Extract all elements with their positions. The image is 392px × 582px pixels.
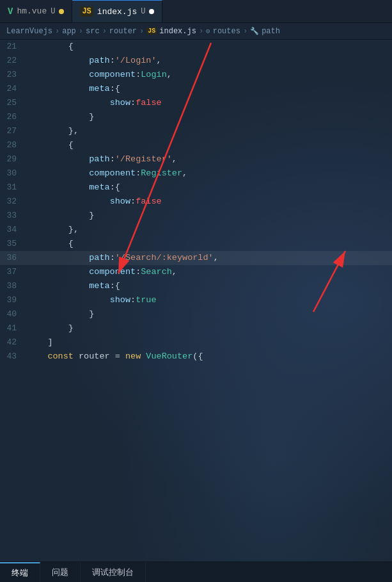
line-content-41: } xyxy=(27,321,74,335)
line-number-26: 26 xyxy=(0,110,27,124)
code-line-33: 33 } xyxy=(0,209,392,223)
line-number-25: 25 xyxy=(0,96,27,110)
line-content-31: meta:{ xyxy=(27,181,120,195)
line-content-39: show:true xyxy=(27,293,157,307)
code-line-41: 41 } xyxy=(0,321,392,335)
breadcrumb-js-icon: JS xyxy=(146,28,157,35)
tab-hm-vue-dot xyxy=(59,9,64,14)
breadcrumb-indexjs[interactable]: index.js xyxy=(159,27,196,36)
code-line-31: 31 meta:{ xyxy=(0,181,392,195)
code-line-39: 39 show:true xyxy=(0,293,392,307)
breadcrumb-routes-icon: ⊙ xyxy=(206,27,210,35)
code-line-27: 27 }, xyxy=(0,124,392,138)
line-content-27: }, xyxy=(27,124,79,138)
breadcrumb: LearnVuejs › app › src › router › JS ind… xyxy=(0,23,392,40)
code-line-43: 43 const router = new VueRouter({ xyxy=(0,350,392,364)
code-line-36: 36 path:'/Search/:keyworld', xyxy=(0,251,392,265)
breadcrumb-routes[interactable]: routes xyxy=(213,27,240,36)
code-line-37: 37 component:Search, xyxy=(0,265,392,279)
line-number-27: 27 xyxy=(0,124,27,138)
line-number-21: 21 xyxy=(0,40,27,54)
line-content-42: ] xyxy=(27,335,53,350)
line-number-35: 35 xyxy=(0,237,27,251)
line-number-23: 23 xyxy=(0,68,27,82)
code-line-38: 38 meta:{ xyxy=(0,279,392,293)
line-number-42: 42 xyxy=(0,335,27,350)
tab-index-js-status: U xyxy=(141,7,145,16)
code-line-35: 35 { xyxy=(0,237,392,251)
line-number-28: 28 xyxy=(0,138,27,152)
tab-hm-vue-label: hm.vue xyxy=(17,6,47,16)
breadcrumb-app[interactable]: app xyxy=(62,27,76,36)
line-content-40: } xyxy=(27,307,94,321)
js-icon: JS xyxy=(80,6,93,17)
line-number-22: 22 xyxy=(0,54,27,68)
breadcrumb-path-icon: 🔧 xyxy=(250,27,259,35)
problems-label: 问题 xyxy=(52,567,68,578)
code-line-26: 26 } xyxy=(0,110,392,124)
line-number-39: 39 xyxy=(0,293,27,307)
tab-hm-vue[interactable]: V hm.vue U xyxy=(0,0,72,22)
line-content-34: }, xyxy=(27,223,79,237)
line-number-41: 41 xyxy=(0,321,27,335)
code-line-40: 40 } xyxy=(0,307,392,321)
line-content-37: component:Search, xyxy=(27,265,177,279)
code-line-21: 21 { xyxy=(0,40,392,54)
line-number-40: 40 xyxy=(0,307,27,321)
line-content-38: meta:{ xyxy=(27,279,120,293)
line-content-25: show:false xyxy=(27,96,162,110)
code-line-24: 24 meta:{ xyxy=(0,82,392,96)
code-line-42: 42 ] xyxy=(0,335,392,350)
code-line-29: 29 path:'/Register', xyxy=(0,152,392,166)
code-line-34: 34 }, xyxy=(0,223,392,237)
code-line-30: 30 component:Register, xyxy=(0,166,392,181)
line-content-21: { xyxy=(27,40,74,54)
tab-index-js-label: index.js xyxy=(97,7,137,17)
status-tab-terminal[interactable]: 终端 xyxy=(0,562,40,582)
line-number-37: 37 xyxy=(0,265,27,279)
breadcrumb-router[interactable]: router xyxy=(109,27,137,36)
line-number-33: 33 xyxy=(0,209,27,223)
line-content-35: { xyxy=(27,237,74,251)
tab-index-js[interactable]: JS index.js U xyxy=(72,0,162,22)
line-content-33: } xyxy=(27,209,94,223)
line-content-30: component:Register, xyxy=(27,166,187,181)
line-number-24: 24 xyxy=(0,82,27,96)
status-tab-debug-console[interactable]: 调试控制台 xyxy=(81,562,146,582)
code-line-32: 32 show:false xyxy=(0,195,392,209)
code-line-23: 23 component:Login, xyxy=(0,68,392,82)
line-content-32: show:false xyxy=(27,195,162,209)
line-content-24: meta:{ xyxy=(27,82,120,96)
line-content-28: { xyxy=(27,138,74,152)
line-content-22: path:'/Login', xyxy=(27,54,162,68)
line-number-34: 34 xyxy=(0,223,27,237)
tab-bar: V hm.vue U JS index.js U xyxy=(0,0,392,23)
tab-hm-vue-status: U xyxy=(51,7,55,16)
line-number-29: 29 xyxy=(0,152,27,166)
line-content-23: component:Login, xyxy=(27,68,172,82)
breadcrumb-src[interactable]: src xyxy=(86,27,100,36)
line-content-43: const router = new VueRouter({ xyxy=(27,350,203,364)
line-number-32: 32 xyxy=(0,195,27,209)
code-lines: 21 {22 path:'/Login',23 component:Login,… xyxy=(0,40,392,364)
line-number-30: 30 xyxy=(0,166,27,181)
tab-index-js-dot xyxy=(149,9,154,14)
line-number-38: 38 xyxy=(0,279,27,293)
line-content-29: path:'/Register', xyxy=(27,152,177,166)
debug-console-label: 调试控制台 xyxy=(92,567,134,578)
code-line-28: 28 { xyxy=(0,138,392,152)
status-tab-problems[interactable]: 问题 xyxy=(40,562,81,582)
code-editor: 21 {22 path:'/Login',23 component:Login,… xyxy=(0,40,392,562)
vue-icon: V xyxy=(8,6,13,17)
line-content-26: } xyxy=(27,110,94,124)
breadcrumb-learnvuejs[interactable]: LearnVuejs xyxy=(6,27,52,36)
line-number-31: 31 xyxy=(0,181,27,195)
code-line-22: 22 path:'/Login', xyxy=(0,54,392,68)
code-line-25: 25 show:false xyxy=(0,96,392,110)
terminal-label: 终端 xyxy=(12,567,28,579)
breadcrumb-path[interactable]: path xyxy=(262,27,280,36)
status-bar: 终端 问题 调试控制台 xyxy=(0,562,392,582)
line-number-43: 43 xyxy=(0,350,27,364)
line-number-36: 36 xyxy=(0,251,27,265)
line-content-36: path:'/Search/:keyworld', xyxy=(27,251,219,265)
